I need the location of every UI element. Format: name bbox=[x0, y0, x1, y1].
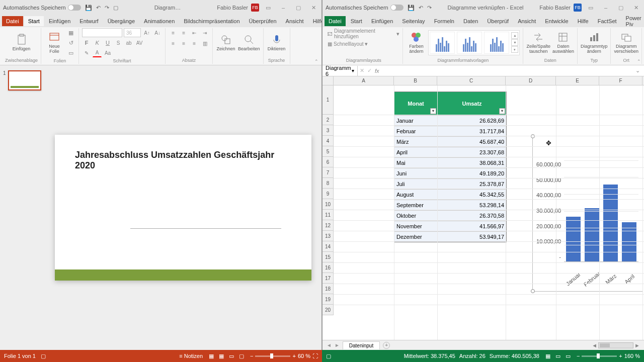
undo-icon[interactable]: ↶ bbox=[96, 5, 101, 11]
zoom-out-icon[interactable]: − bbox=[250, 353, 253, 359]
tab-hilfe[interactable]: Hilfe bbox=[574, 16, 593, 26]
move-chart-button[interactable]: Diagramm verschieben bbox=[614, 31, 638, 54]
minimize-icon[interactable]: – bbox=[278, 5, 288, 11]
macro-record-icon[interactable]: ▢ bbox=[326, 353, 331, 359]
table-header[interactable]: Monat bbox=[394, 92, 438, 115]
redo-icon[interactable]: ↷ bbox=[105, 5, 109, 11]
numbering-icon[interactable]: ≡ bbox=[179, 28, 188, 37]
chart-styles-gallery[interactable]: ▲▼▾ bbox=[428, 30, 520, 55]
col-header-E[interactable]: E bbox=[556, 76, 599, 85]
tab-uebergaenge[interactable]: Übergänge bbox=[104, 16, 139, 26]
cancel-icon[interactable]: ✕ bbox=[360, 67, 364, 74]
row-header-5[interactable]: 5 bbox=[323, 146, 333, 157]
autosave-toggle[interactable] bbox=[390, 5, 404, 11]
tab-start[interactable]: Start bbox=[24, 16, 44, 26]
select-all-corner[interactable] bbox=[323, 76, 334, 85]
formula-bar[interactable] bbox=[382, 66, 632, 75]
indent-less-icon[interactable]: ⇤ bbox=[190, 28, 199, 37]
table-row[interactable]: August45.342,55 bbox=[394, 189, 506, 200]
gallery-down-icon[interactable]: ▼ bbox=[511, 39, 518, 46]
select-data-button[interactable]: Daten auswählen bbox=[552, 31, 574, 54]
slide[interactable]: Jahresabschluss Umsatzzahlen Geschäftsja… bbox=[55, 135, 311, 281]
user-avatar[interactable]: FB bbox=[251, 4, 259, 12]
tab-ansicht[interactable]: Ansicht bbox=[282, 16, 308, 26]
spellcheck-icon[interactable]: ▢ bbox=[41, 353, 46, 359]
chart-bar[interactable] bbox=[585, 208, 599, 261]
tab-factset[interactable]: FactSet bbox=[594, 16, 621, 26]
data-table[interactable]: MonatUmsatzJanuar26.628,69Februar31.717,… bbox=[394, 92, 507, 242]
chart-style-3[interactable] bbox=[484, 32, 509, 54]
align-center-icon[interactable]: ≡ bbox=[179, 39, 188, 48]
reset-icon[interactable]: ↺ bbox=[66, 38, 75, 47]
tab-hilfe[interactable]: Hilfe bbox=[309, 16, 323, 26]
tab-bildschirm[interactable]: Bildschirmpräsentation bbox=[180, 16, 244, 26]
normal-view-icon[interactable]: ▦ bbox=[543, 352, 552, 360]
save-icon[interactable]: 💾 bbox=[408, 5, 415, 11]
table-row[interactable]: Januar26.628,69 bbox=[394, 115, 506, 126]
close-icon[interactable]: ✕ bbox=[308, 5, 318, 11]
row-header-12[interactable]: 12 bbox=[323, 220, 333, 231]
font-family-select[interactable] bbox=[82, 28, 122, 37]
gallery-up-icon[interactable]: ▲ bbox=[511, 32, 518, 39]
tab-formeln[interactable]: Formeln bbox=[430, 16, 458, 26]
normal-view-icon[interactable]: ▦ bbox=[207, 352, 216, 360]
column-headers[interactable]: ABCDEF bbox=[334, 76, 644, 85]
row-header-19[interactable]: 19 bbox=[323, 294, 333, 305]
switch-rowcol-button[interactable]: Zeile/Spalte tauschen bbox=[526, 31, 550, 54]
hscroll-left-icon[interactable]: ◄ bbox=[592, 342, 597, 348]
chart-plot-area[interactable] bbox=[564, 160, 638, 262]
zoom-in-icon[interactable]: + bbox=[292, 353, 295, 359]
tab-daten[interactable]: Daten bbox=[459, 16, 482, 26]
table-row[interactable]: Juli25.378,87 bbox=[394, 178, 506, 189]
row-header-9[interactable]: 9 bbox=[323, 189, 333, 199]
slide-thumb-1[interactable]: 1 bbox=[3, 70, 42, 90]
add-sheet-button[interactable]: + bbox=[383, 342, 390, 349]
tab-datei[interactable]: Datei bbox=[325, 16, 346, 26]
bold-icon[interactable]: F bbox=[82, 38, 91, 47]
ribbon-options-icon[interactable]: ▭ bbox=[263, 5, 273, 11]
columns-icon[interactable]: ▥ bbox=[200, 39, 209, 48]
table-row[interactable]: November41.566,97 bbox=[394, 221, 506, 231]
slide-canvas[interactable]: Jahresabschluss Umsatzzahlen Geschäftsja… bbox=[45, 65, 321, 350]
sheet-nav-next-icon[interactable]: ► bbox=[335, 342, 340, 348]
chart-bar[interactable] bbox=[566, 217, 581, 261]
decrease-font-icon[interactable]: A↓ bbox=[153, 28, 162, 37]
font-color-icon[interactable]: A bbox=[93, 48, 102, 57]
chart-bar[interactable] bbox=[603, 185, 618, 261]
row-header-17[interactable]: 17 bbox=[323, 273, 333, 284]
row-header-11[interactable]: 11 bbox=[323, 210, 333, 220]
table-row[interactable]: Juni49.189,20 bbox=[394, 168, 506, 178]
confirm-icon[interactable]: ✓ bbox=[367, 67, 372, 74]
underline-icon[interactable]: U bbox=[103, 38, 112, 47]
zoom-slider[interactable] bbox=[582, 355, 617, 357]
sorter-view-icon[interactable]: ▦ bbox=[217, 352, 226, 360]
col-header-A[interactable]: A bbox=[334, 76, 394, 85]
table-row[interactable]: Oktober26.370,58 bbox=[394, 210, 506, 221]
tab-ansicht[interactable]: Ansicht bbox=[514, 16, 540, 26]
pagebreak-view-icon[interactable]: ▭ bbox=[564, 352, 573, 360]
close-icon[interactable]: ✕ bbox=[631, 5, 641, 11]
highlight-icon[interactable]: ✎ bbox=[82, 48, 91, 57]
expand-formula-icon[interactable]: ⌄ bbox=[635, 67, 640, 74]
align-left-icon[interactable]: ≡ bbox=[169, 39, 178, 48]
table-row[interactable]: September53.298,14 bbox=[394, 200, 506, 210]
spreadsheet-grid[interactable]: ABCDEF 1234567891011121314151617181920 M… bbox=[323, 76, 644, 340]
change-type-button[interactable]: Diagrammtyp ändern bbox=[581, 31, 608, 54]
quick-layout-button[interactable]: ▦Schnelllayout ▾ bbox=[328, 41, 368, 47]
fx-icon[interactable]: fx bbox=[375, 68, 379, 74]
tab-animationen[interactable]: Animationen bbox=[140, 16, 179, 26]
paste-button[interactable]: Einfügen bbox=[12, 34, 32, 52]
zoom-level[interactable]: 160 % bbox=[624, 353, 640, 359]
tab-datei[interactable]: Datei bbox=[2, 16, 23, 26]
sheet-nav-prev-icon[interactable]: ◄ bbox=[327, 342, 332, 348]
row-header-4[interactable]: 4 bbox=[323, 136, 333, 146]
align-right-icon[interactable]: ≡ bbox=[190, 39, 199, 48]
ribbon-options-icon[interactable]: ▭ bbox=[586, 5, 596, 11]
save-icon[interactable]: 💾 bbox=[85, 5, 92, 11]
tab-einfuegen[interactable]: Einfügen bbox=[367, 16, 397, 26]
strike-icon[interactable]: S bbox=[114, 38, 123, 47]
horizontal-scrollbar[interactable] bbox=[598, 342, 633, 348]
row-header-16[interactable]: 16 bbox=[323, 262, 333, 273]
tab-einfuegen[interactable]: Einfügen bbox=[45, 16, 74, 26]
zoom-level[interactable]: 60 % bbox=[298, 353, 310, 359]
